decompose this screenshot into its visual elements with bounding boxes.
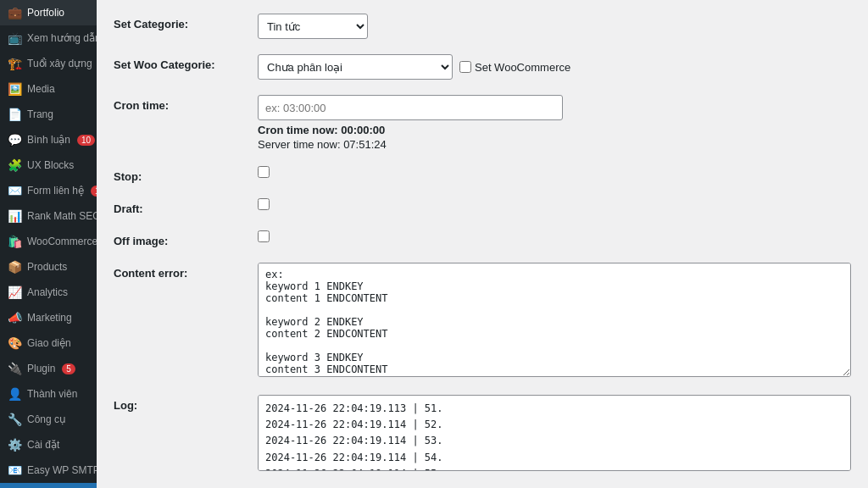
log-box[interactable]: 2024-11-26 22:04:19.113 | 51.2024-11-26 … [258, 395, 851, 471]
sidebar-label-trang: Trang [27, 108, 53, 120]
cron-info: Cron time now: 00:00:00 Server time now:… [258, 124, 851, 151]
set-woo-categorie-control: Chưa phân loại Set WooCommerce [258, 54, 851, 80]
sidebar-icon-products: 📦 [7, 260, 22, 274]
draft-checkbox[interactable] [258, 198, 270, 210]
log-row: Log: 2024-11-26 22:04:19.113 | 51.2024-1… [114, 395, 851, 471]
sidebar-item-ai-contents[interactable]: ⚙️ AI Contents [0, 483, 97, 488]
sidebar-icon-giao-dien: 🎨 [7, 336, 22, 350]
set-woocommerce-label[interactable]: Set WooCommerce [459, 61, 570, 74]
sidebar-label-media: Media [27, 83, 55, 95]
set-categorie-dropdown[interactable]: Tin tức [258, 14, 368, 39]
sidebar-item-cai-dat[interactable]: ⚙️ Cài đặt [0, 432, 97, 458]
sidebar-icon-plugin: 🔌 [7, 362, 22, 375]
server-time-now: Server time now: 07:51:24 [258, 138, 851, 151]
sidebar-label-tuoi-xay-dung: Tuổi xây dựng [27, 58, 92, 69]
stop-control [258, 166, 851, 180]
log-line: 2024-11-26 22:04:19.113 | 51. [265, 401, 843, 417]
set-categorie-control: Tin tức [258, 14, 851, 39]
sidebar-label-binh-luan: Bình luận [27, 134, 70, 146]
sidebar-item-form-lien-he[interactable]: ✉️ Form liên hệ 1 [0, 178, 97, 203]
set-woo-categorie-dropdown[interactable]: Chưa phân loại [258, 54, 453, 80]
off-image-row: Off image: [114, 230, 851, 247]
off-image-control [258, 230, 851, 245]
woo-row: Chưa phân loại Set WooCommerce [258, 54, 851, 80]
content-error-row: Content error: ex: keyword 1 ENDKEY cont… [114, 263, 851, 380]
cron-time-row: Cron time: Cron time now: 00:00:00 Serve… [114, 95, 851, 151]
cron-time-label: Cron time: [114, 95, 258, 112]
sidebar-icon-rank-math-seo: 📊 [7, 209, 22, 223]
sidebar-item-trang[interactable]: 📄 Trang [0, 102, 97, 127]
set-woocommerce-text: Set WooCommerce [475, 61, 570, 74]
sidebar-label-analytics: Analytics [27, 286, 68, 298]
stop-checkbox[interactable] [258, 166, 270, 178]
sidebar-icon-woocommerce: 🛍️ [7, 235, 22, 248]
sidebar-icon-marketing: 📣 [7, 311, 22, 324]
sidebar-icon-trang: 📄 [7, 108, 22, 121]
badge-plugin: 5 [62, 363, 75, 374]
sidebar-icon-analytics: 📈 [7, 286, 22, 299]
cron-time-input[interactable] [258, 95, 563, 120]
sidebar-item-woocommerce[interactable]: 🛍️ WooCommerce [0, 229, 97, 254]
sidebar-item-portfolio[interactable]: 💼 Portfolio [0, 0, 97, 25]
set-woo-categorie-row: Set Woo Categorie: Chưa phân loại Set Wo… [114, 54, 851, 80]
sidebar-item-binh-luan[interactable]: 💬 Bình luận 10 [0, 127, 97, 152]
stop-row: Stop: [114, 166, 851, 183]
sidebar-icon-portfolio: 💼 [7, 6, 22, 19]
content-error-label: Content error: [114, 263, 258, 280]
log-line: 2024-11-26 22:04:19.114 | 54. [265, 450, 843, 466]
sidebar-label-easy-wp-smtp: Easy WP SMTP [27, 464, 97, 476]
badge-form-lien-he: 1 [91, 186, 97, 197]
sidebar-item-giao-dien[interactable]: 🎨 Giao diện [0, 330, 97, 356]
sidebar-item-cong-cu[interactable]: 🔧 Công cụ [0, 407, 97, 432]
cron-time-control: Cron time now: 00:00:00 Server time now:… [258, 95, 851, 151]
sidebar-label-xem-huong-dan: Xem hướng dẫn [27, 32, 97, 44]
sidebar-label-woocommerce: WooCommerce [27, 236, 97, 247]
sidebar-item-thanh-vien[interactable]: 👤 Thành viên [0, 381, 97, 407]
badge-binh-luan: 10 [77, 135, 95, 146]
sidebar-label-cong-cu: Công cụ [27, 413, 66, 425]
sidebar-icon-easy-wp-smtp: 📧 [7, 463, 22, 477]
draft-control [258, 198, 851, 213]
sidebar-item-tuoi-xay-dung[interactable]: 🏗️ Tuổi xây dựng [0, 51, 97, 76]
sidebar-item-marketing[interactable]: 📣 Marketing [0, 305, 97, 330]
sidebar-label-thanh-vien: Thành viên [27, 388, 77, 400]
sidebar-icon-binh-luan: 💬 [7, 133, 22, 147]
sidebar-label-portfolio: Portfolio [27, 7, 64, 19]
sidebar-item-media[interactable]: 🖼️ Media [0, 76, 97, 102]
sidebar-label-giao-dien: Giao diện [27, 337, 71, 349]
sidebar-item-xem-huong-dan[interactable]: 📺 Xem hướng dẫn [0, 25, 97, 51]
main-content: Set Categorie: Tin tức Set Woo Categorie… [97, 0, 868, 488]
sidebar-label-rank-math-seo: Rank Math SEO [27, 210, 97, 222]
log-line: 2024-11-26 22:04:19.114 | 55. [265, 466, 843, 471]
content-error-control: ex: keyword 1 ENDKEY content 1 ENDCONTEN… [258, 263, 851, 380]
sidebar-label-form-lien-he: Form liên hệ [27, 185, 84, 197]
content-error-textarea[interactable]: ex: keyword 1 ENDKEY content 1 ENDCONTEN… [258, 263, 851, 377]
set-categorie-label: Set Categorie: [114, 14, 258, 30]
draft-label: Draft: [114, 198, 258, 215]
set-woocommerce-checkbox[interactable] [459, 61, 471, 73]
sidebar-item-plugin[interactable]: 🔌 Plugin 5 [0, 356, 97, 381]
draft-row: Draft: [114, 198, 851, 215]
set-woo-categorie-label: Set Woo Categorie: [114, 54, 258, 71]
off-image-label: Off image: [114, 230, 258, 247]
sidebar-label-plugin: Plugin [27, 363, 55, 374]
sidebar-item-ux-blocks[interactable]: 🧩 UX Blocks [0, 152, 97, 178]
sidebar-item-products[interactable]: 📦 Products [0, 254, 97, 280]
sidebar-icon-xem-huong-dan: 📺 [7, 31, 22, 45]
sidebar-label-products: Products [27, 261, 67, 273]
sidebar-item-rank-math-seo[interactable]: 📊 Rank Math SEO [0, 203, 97, 229]
sidebar-item-easy-wp-smtp[interactable]: 📧 Easy WP SMTP [0, 458, 97, 483]
sidebar-icon-cong-cu: 🔧 [7, 413, 22, 426]
sidebar-label-marketing: Marketing [27, 312, 72, 324]
sidebar-items: 💼 Portfolio 📺 Xem hướng dẫn 🏗️ Tuổi xây … [0, 0, 97, 488]
sidebar: 💼 Portfolio 📺 Xem hướng dẫn 🏗️ Tuổi xây … [0, 0, 97, 488]
sidebar-icon-cai-dat: ⚙️ [7, 438, 22, 452]
log-control: 2024-11-26 22:04:19.113 | 51.2024-11-26 … [258, 395, 851, 471]
sidebar-icon-media: 🖼️ [7, 82, 22, 96]
log-line: 2024-11-26 22:04:19.114 | 52. [265, 417, 843, 433]
log-label: Log: [114, 395, 258, 412]
sidebar-icon-ux-blocks: 🧩 [7, 158, 22, 172]
sidebar-item-analytics[interactable]: 📈 Analytics [0, 280, 97, 305]
off-image-checkbox[interactable] [258, 230, 270, 242]
sidebar-icon-thanh-vien: 👤 [7, 387, 22, 401]
